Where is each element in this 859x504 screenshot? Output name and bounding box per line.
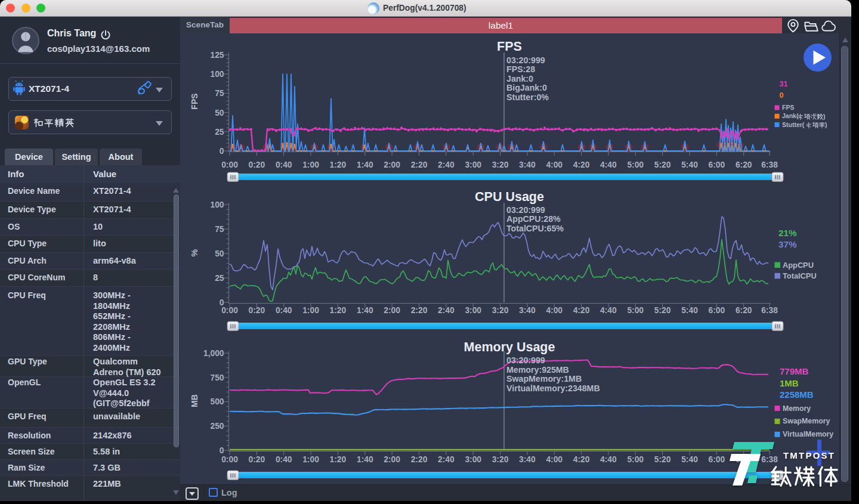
svg-text:BigJank:0: BigJank:0 xyxy=(506,83,547,92)
svg-text:21%: 21% xyxy=(778,228,797,238)
svg-text:6:38: 6:38 xyxy=(761,455,778,464)
svg-text:4:40: 4:40 xyxy=(600,160,617,169)
svg-text:1,000: 1,000 xyxy=(203,349,224,358)
svg-text:5:40: 5:40 xyxy=(681,455,698,464)
svg-text:5:20: 5:20 xyxy=(654,455,671,464)
svg-text:TotalCPU: TotalCPU xyxy=(783,271,817,280)
svg-text:50: 50 xyxy=(215,109,224,118)
svg-text:2:40: 2:40 xyxy=(438,306,455,315)
svg-text:0: 0 xyxy=(220,147,224,156)
svg-text:Jank:0: Jank:0 xyxy=(506,74,533,84)
svg-text:4:20: 4:20 xyxy=(573,160,590,169)
svg-text:125: 125 xyxy=(210,51,224,60)
svg-text:0:40: 0:40 xyxy=(276,306,292,315)
svg-text:50: 50 xyxy=(215,249,224,258)
svg-text:3:40: 3:40 xyxy=(519,160,536,169)
svg-text:Memory: Memory xyxy=(783,404,811,413)
svg-text:779MB: 779MB xyxy=(780,366,809,376)
svg-text:2258MB: 2258MB xyxy=(780,389,814,400)
svg-text:3:00: 3:00 xyxy=(465,455,481,464)
svg-text:SwapMemory:1MB: SwapMemory:1MB xyxy=(506,374,582,384)
svg-text:250: 250 xyxy=(210,422,224,431)
svg-text:0:40: 0:40 xyxy=(276,160,292,169)
svg-text:6:00: 6:00 xyxy=(708,160,725,169)
svg-text:AppCPU: AppCPU xyxy=(783,261,814,270)
svg-text:3:40: 3:40 xyxy=(519,306,536,315)
svg-text:2:40: 2:40 xyxy=(438,455,455,464)
svg-text:5:00: 5:00 xyxy=(627,306,644,315)
svg-text:25: 25 xyxy=(215,274,224,283)
svg-text:1:00: 1:00 xyxy=(302,455,319,464)
svg-text:03:20:999: 03:20:999 xyxy=(506,55,545,65)
svg-text:5:40: 5:40 xyxy=(681,160,698,169)
svg-text:0:00: 0:00 xyxy=(221,306,238,315)
svg-text:4:00: 4:00 xyxy=(546,306,563,315)
svg-text:5:20: 5:20 xyxy=(654,160,671,169)
svg-text:1:40: 1:40 xyxy=(357,160,373,169)
svg-text:VirtualMemory:2348MB: VirtualMemory:2348MB xyxy=(506,384,600,393)
svg-text:SwapMemory: SwapMemory xyxy=(783,417,830,425)
svg-text:1:00: 1:00 xyxy=(302,160,319,169)
svg-text:5:40: 5:40 xyxy=(681,306,698,315)
svg-text:500: 500 xyxy=(210,397,224,406)
svg-text:2:20: 2:20 xyxy=(411,306,428,315)
svg-text:3:00: 3:00 xyxy=(465,306,481,315)
svg-text:3:40: 3:40 xyxy=(519,455,536,464)
svg-text:): ) xyxy=(823,113,826,120)
svg-text:2:00: 2:00 xyxy=(384,160,400,169)
svg-text:1:40: 1:40 xyxy=(357,306,373,315)
svg-text:1MB: 1MB xyxy=(780,378,799,388)
svg-text:5:20: 5:20 xyxy=(654,306,671,315)
svg-text:0:20: 0:20 xyxy=(249,160,265,169)
svg-text:6:20: 6:20 xyxy=(736,306,752,315)
svg-text:0:20: 0:20 xyxy=(249,455,265,464)
svg-text:5:00: 5:00 xyxy=(627,160,644,169)
svg-text:3:20: 3:20 xyxy=(492,306,509,315)
svg-text:0:00: 0:00 xyxy=(221,455,238,464)
svg-text:03:20:999: 03:20:999 xyxy=(506,205,545,215)
svg-text:%: % xyxy=(190,249,199,256)
svg-text:1:40: 1:40 xyxy=(357,455,373,464)
svg-text:FPS: FPS xyxy=(782,104,794,111)
svg-text:3:20: 3:20 xyxy=(492,160,509,169)
svg-text:100: 100 xyxy=(210,200,224,209)
svg-text:2:00: 2:00 xyxy=(384,455,400,464)
svg-text:5:00: 5:00 xyxy=(627,455,644,464)
svg-text:TMTPOST: TMTPOST xyxy=(783,450,835,460)
svg-text:0:00: 0:00 xyxy=(221,160,238,169)
svg-text:25: 25 xyxy=(215,128,224,137)
svg-text:MB: MB xyxy=(190,394,199,407)
svg-text:FPS: FPS xyxy=(497,39,522,54)
svg-text:FPS:28: FPS:28 xyxy=(506,64,535,74)
svg-text:2:20: 2:20 xyxy=(411,455,428,464)
svg-text:0: 0 xyxy=(780,91,784,100)
svg-text:Memory:925MB: Memory:925MB xyxy=(506,365,569,375)
svg-text:AppCPU:28%: AppCPU:28% xyxy=(506,214,561,224)
svg-text:2:20: 2:20 xyxy=(411,160,428,169)
svg-text:4:40: 4:40 xyxy=(600,455,617,464)
svg-text:37%: 37% xyxy=(778,239,797,249)
svg-text:Stutter(: Stutter( xyxy=(782,121,805,128)
svg-text:Stutter:0%: Stutter:0% xyxy=(506,92,549,102)
svg-text:4:00: 4:00 xyxy=(546,455,563,464)
svg-text:1:00: 1:00 xyxy=(302,306,319,315)
svg-text:Jank(: Jank( xyxy=(782,112,799,119)
svg-text:1:20: 1:20 xyxy=(330,306,347,315)
svg-text:100: 100 xyxy=(210,70,224,79)
svg-text:4:40: 4:40 xyxy=(600,306,617,315)
svg-text:2:00: 2:00 xyxy=(384,306,400,315)
svg-text:6:20: 6:20 xyxy=(736,160,752,169)
svg-text:Memory Usage: Memory Usage xyxy=(464,340,555,354)
svg-text:1:20: 1:20 xyxy=(330,160,347,169)
svg-text:TotalCPU:65%: TotalCPU:65% xyxy=(506,224,564,233)
svg-text:3:00: 3:00 xyxy=(465,160,481,169)
svg-text:4:20: 4:20 xyxy=(573,306,590,315)
svg-text:VirtualMemory: VirtualMemory xyxy=(783,430,833,438)
svg-text:0:40: 0:40 xyxy=(276,455,292,464)
svg-text:3:20: 3:20 xyxy=(492,455,509,464)
svg-text:31: 31 xyxy=(780,80,788,88)
svg-text:CPU Usage: CPU Usage xyxy=(475,190,544,204)
svg-text:6:38: 6:38 xyxy=(761,306,778,315)
svg-text:0:20: 0:20 xyxy=(249,306,265,315)
svg-text:2:40: 2:40 xyxy=(438,160,455,169)
